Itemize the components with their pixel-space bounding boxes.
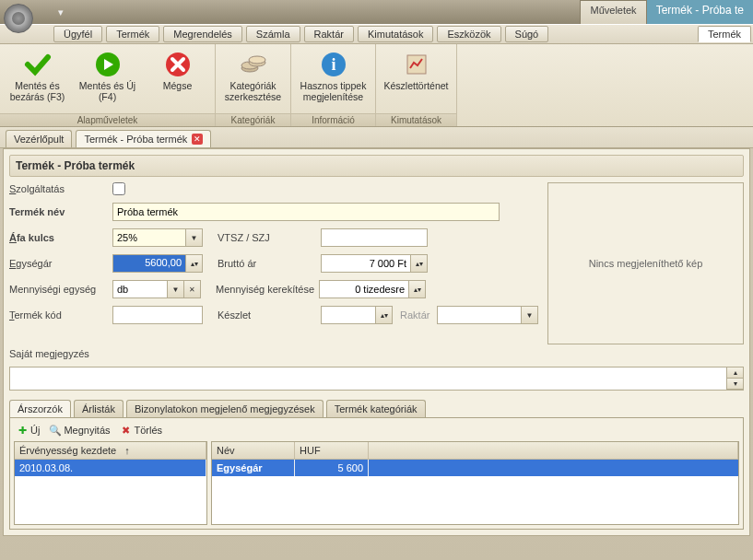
- menu-megrendeles[interactable]: Megrendelés: [163, 26, 242, 42]
- tab-bizonylat[interactable]: Bizonylatokon megjelenő megjegyzések: [126, 400, 324, 417]
- stock-input[interactable]: [321, 306, 376, 324]
- x-icon: ✖: [120, 425, 133, 437]
- col-nev[interactable]: Név: [212, 442, 295, 459]
- spinner-icon[interactable]: ▴▾: [186, 254, 203, 273]
- plus-icon: ✚: [16, 425, 29, 437]
- chart-icon: [402, 50, 431, 79]
- col-huf[interactable]: HUF: [295, 442, 369, 459]
- close-icon[interactable]: ✕: [192, 134, 203, 145]
- save-close-label: Mentés és bezárás (F3): [6, 81, 70, 102]
- chevron-down-icon[interactable]: ▼: [522, 306, 538, 324]
- info-icon: i: [319, 50, 348, 79]
- menu-ugyfel[interactable]: Ügyfél: [53, 26, 102, 42]
- menu-termek[interactable]: Termék: [106, 26, 159, 42]
- memo-input[interactable]: [10, 368, 726, 390]
- cell-huf[interactable]: 5 600: [295, 460, 369, 476]
- product-name-input[interactable]: [112, 203, 500, 221]
- context-tab-ops[interactable]: Műveletek: [580, 0, 646, 24]
- vtsz-input[interactable]: [321, 228, 428, 247]
- qat-dropdown[interactable]: ▾: [51, 6, 71, 18]
- coins-icon: [239, 50, 268, 79]
- play-icon: [93, 50, 123, 79]
- open-button[interactable]: 🔍Megnyitás: [49, 425, 110, 437]
- label-megjegyzes: Saját megjegyzés: [9, 348, 112, 359]
- memo-up-icon[interactable]: ▴: [726, 368, 743, 379]
- menu-termek-active[interactable]: Termék: [698, 26, 751, 42]
- ribbon-group-kim: Kimutatások: [376, 113, 456, 126]
- tab-label: Termék - Próba termék: [84, 134, 187, 145]
- label-raktar: Raktár: [400, 309, 437, 321]
- spinner-icon[interactable]: ▴▾: [411, 254, 428, 273]
- spinner-icon[interactable]: ▴▾: [409, 280, 426, 298]
- vat-select[interactable]: [112, 228, 186, 247]
- tab-arszorzok[interactable]: Árszorzók: [9, 400, 71, 417]
- delete-button[interactable]: ✖Törlés: [120, 425, 163, 437]
- label-brutto: Bruttó ár: [218, 258, 321, 269]
- tab-kategoriak[interactable]: Termék kategóriák: [326, 400, 426, 417]
- categories-label: Kategóriák szerkesztése: [221, 81, 286, 102]
- unit-select[interactable]: [112, 280, 168, 298]
- categories-edit-button[interactable]: Kategóriák szerkesztése: [218, 47, 288, 105]
- grossprice-input[interactable]: [321, 254, 411, 273]
- clear-icon[interactable]: ✕: [184, 280, 201, 298]
- magnify-icon: 🔍: [49, 425, 62, 437]
- app-menu-gear[interactable]: [4, 4, 33, 33]
- menu-sugo[interactable]: Súgó: [505, 26, 549, 42]
- save-new-label: Mentés és Új (F4): [76, 81, 140, 102]
- label-vtsz: VTSZ / SZJ: [218, 232, 321, 243]
- warehouse-select[interactable]: [437, 306, 522, 324]
- tips-label: Hasznos tippek megjelenítése: [296, 81, 371, 102]
- label-egysegar: Egységár: [9, 258, 112, 269]
- menu-eszkozok[interactable]: Eszközök: [437, 26, 500, 42]
- tab-termek-proba[interactable]: Termék - Próba termék ✕: [76, 130, 211, 147]
- ribbon-group-info: Információ: [291, 113, 375, 126]
- ribbon-group-kat: Kategóriák: [216, 113, 290, 126]
- tips-button[interactable]: i Hasznos tippek megjelenítése: [293, 47, 374, 105]
- cell-nev[interactable]: Egységár: [212, 460, 295, 476]
- form-title: Termék - Próba termék: [9, 155, 744, 177]
- price-grid[interactable]: Név HUF Egységár 5 600: [211, 441, 739, 525]
- label-termekkod: Termék kód: [9, 309, 112, 321]
- x-icon: [163, 50, 193, 79]
- menu-raktar[interactable]: Raktár: [304, 26, 354, 42]
- new-button[interactable]: ✚Új: [16, 425, 40, 437]
- spinner-icon[interactable]: ▴▾: [376, 306, 393, 324]
- image-placeholder: Nincs megjeleníthető kép: [547, 182, 744, 344]
- tab-arlistak[interactable]: Árlisták: [74, 400, 124, 417]
- label-keszlet: Készlet: [218, 309, 321, 321]
- chevron-down-icon[interactable]: ▼: [168, 280, 184, 298]
- save-new-button[interactable]: Mentés és Új (F4): [73, 47, 143, 105]
- tab-vezerlopult[interactable]: Vezérlőpult: [6, 130, 72, 147]
- label-afakulcs: Áfa kulcs: [9, 232, 112, 243]
- window-title: Termék - Próba te: [647, 0, 753, 24]
- ribbon-group-alap: Alapműveletek: [0, 113, 215, 126]
- validity-grid[interactable]: Érvényesség kezdete ↑ 2010.03.08.: [14, 441, 207, 525]
- rounding-input[interactable]: [319, 280, 409, 298]
- label-kerekites: Mennyiség kerekítése: [216, 284, 319, 295]
- cancel-button[interactable]: Mégse: [143, 47, 213, 105]
- history-label: Készlettörténet: [383, 81, 448, 92]
- memo-down-icon[interactable]: ▾: [726, 379, 743, 390]
- code-input[interactable]: [112, 306, 203, 324]
- label-szolgaltatas: Szolgáltatás: [9, 183, 112, 194]
- chevron-down-icon[interactable]: ▼: [186, 228, 203, 247]
- svg-point-5: [249, 56, 265, 64]
- col-validity[interactable]: Érvényesség kezdete ↑: [15, 442, 206, 459]
- history-button[interactable]: Készlettörténet: [378, 47, 455, 95]
- label-termeknev: Termék név: [9, 206, 112, 217]
- menu-szamla[interactable]: Számla: [246, 26, 300, 42]
- service-checkbox[interactable]: [112, 182, 125, 195]
- label-mennyisegi: Mennyiségi egység: [9, 284, 112, 295]
- row-validity[interactable]: 2010.03.08.: [15, 460, 206, 476]
- save-close-button[interactable]: Mentés és bezárás (F3): [3, 47, 73, 105]
- unitprice-input[interactable]: 5600,00: [112, 254, 186, 273]
- cancel-label: Mégse: [163, 81, 193, 92]
- check-icon: [23, 50, 53, 79]
- svg-text:i: i: [331, 55, 335, 74]
- menu-kimutatasok[interactable]: Kimutatások: [358, 26, 434, 42]
- tab-label: Vezérlőpult: [14, 134, 64, 145]
